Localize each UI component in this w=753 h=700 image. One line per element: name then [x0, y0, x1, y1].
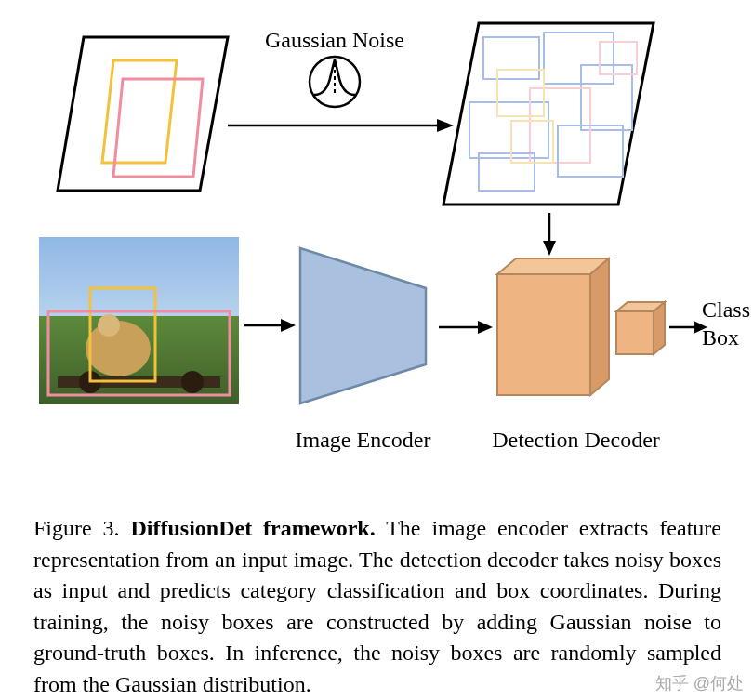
image-encoder-label: Image Encoder [282, 428, 444, 453]
detection-decoder-label: Detection Decoder [471, 428, 680, 453]
input-image [39, 237, 239, 404]
svg-rect-34 [497, 274, 590, 395]
detection-decoder-block-small [614, 300, 669, 358]
output-box-label: Box [702, 325, 753, 350]
svg-marker-19 [543, 241, 556, 256]
svg-marker-31 [300, 248, 426, 403]
detection-decoder-block [493, 256, 614, 400]
svg-marker-36 [590, 258, 609, 395]
svg-rect-37 [616, 311, 654, 354]
svg-marker-39 [654, 302, 665, 354]
ground-truth-boxes [56, 28, 232, 195]
watermark: 知乎 @何处 [655, 672, 744, 694]
svg-rect-20 [39, 237, 239, 321]
svg-point-26 [181, 371, 204, 393]
arrow-image-to-encoder [242, 316, 297, 335]
svg-point-23 [98, 314, 120, 337]
caption-body: The image encoder extracts feature repre… [33, 516, 721, 696]
svg-marker-33 [478, 321, 493, 334]
arrow-noisy-to-decoder [535, 211, 563, 258]
svg-marker-30 [281, 319, 296, 332]
caption-title: DiffusionDet framework. [131, 516, 376, 540]
arrow-gt-to-noisy [223, 112, 456, 139]
figure-caption: Figure 3. DiffusionDet framework. The im… [33, 513, 721, 700]
svg-marker-17 [437, 119, 454, 132]
gaussian-distribution-icon [307, 54, 363, 110]
gaussian-noise-label: Gaussian Noise [251, 28, 418, 53]
arrow-encoder-to-decoder [437, 318, 495, 337]
noisy-boxes [442, 14, 660, 214]
caption-prefix: Figure 3. [33, 516, 120, 540]
image-encoder-block [296, 244, 435, 409]
output-class-label: Class [702, 297, 753, 323]
